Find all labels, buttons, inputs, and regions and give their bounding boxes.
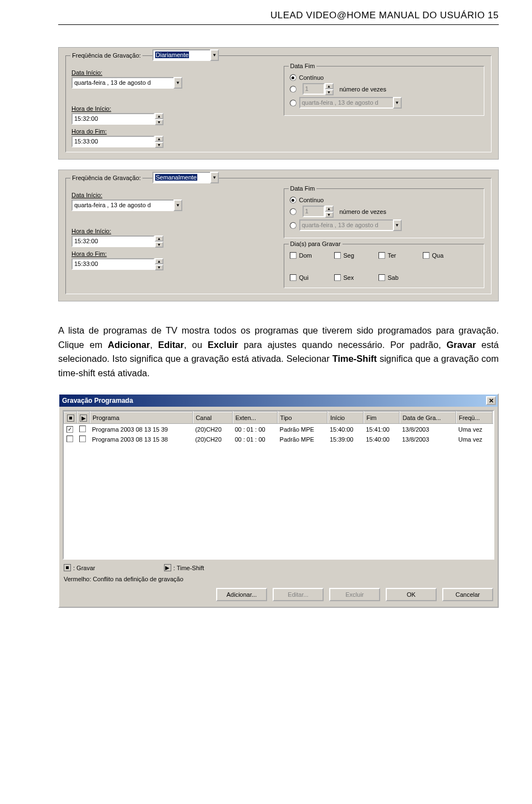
cancel-button[interactable]: Cancelar (442, 588, 493, 601)
row-timeshift-checkbox[interactable] (79, 426, 86, 432)
spinner-icon[interactable]: ▲▼ (325, 83, 334, 95)
spinner-icon[interactable]: ▲▼ (325, 206, 334, 217)
checkbox-sab[interactable]: Sab (378, 274, 412, 281)
groupbox-frequency: Freqüência de Gravação: Diariamente ▼ Da… (65, 55, 492, 152)
row-timeshift-checkbox[interactable] (79, 436, 86, 442)
col-data[interactable]: Data de Gra... (400, 412, 456, 424)
spinner-icon[interactable]: ▲▼ (155, 136, 163, 147)
legend-timeshift: ▶ : Time-Shift (164, 564, 204, 571)
dropdown-arrow-icon[interactable]: ▼ (393, 97, 402, 109)
titlebar: Gravação Programada ✕ (59, 395, 498, 407)
checkbox-sex[interactable]: Sex (334, 274, 367, 281)
row-record-checkbox[interactable]: ✓ (66, 426, 73, 433)
row-record-checkbox[interactable] (66, 436, 73, 442)
freq-select[interactable]: Diariamente (152, 49, 210, 61)
radio-end-date[interactable]: quarta-feira , 13 de agosto d ▼ (290, 97, 479, 109)
groupbox-frequency: Freqüência de Gravação: Semanalmente ▼ D… (65, 178, 492, 294)
dropdown-arrow-icon[interactable]: ▼ (210, 49, 219, 61)
window-title: Gravação Programada (62, 397, 133, 404)
end-time-field[interactable]: 15:33:00 (71, 136, 155, 147)
freq-legend: Freqüência de Gravação: (70, 52, 142, 59)
dialog-panel-daily: Freqüência de Gravação: Diariamente ▼ Da… (58, 47, 499, 160)
end-time-label: Hora do Fim: (71, 250, 275, 257)
radio-continuous[interactable]: Contínuo (290, 197, 479, 203)
edit-button[interactable]: Editar... (273, 588, 324, 601)
close-icon[interactable]: ✕ (486, 396, 496, 405)
body-paragraph: A lista de programas de TV mostra todos … (58, 324, 499, 380)
checkbox-ter[interactable]: Ter (378, 252, 412, 259)
spinner-icon[interactable]: ▲▼ (155, 235, 163, 247)
dropdown-arrow-icon[interactable]: ▼ (173, 199, 182, 211)
col-exten[interactable]: Exten... (233, 412, 278, 424)
end-time-field[interactable]: 15:33:00 (71, 258, 155, 270)
spinner-icon[interactable]: ▲▼ (155, 113, 163, 125)
start-date-label: Data Início: (71, 192, 275, 198)
dropdown-arrow-icon[interactable]: ▼ (173, 77, 182, 89)
col-record-icon[interactable] (64, 412, 77, 424)
delete-button[interactable]: Excluir (329, 588, 380, 601)
start-date-field[interactable]: quarta-feira , 13 de agosto d ▼ (71, 77, 182, 89)
col-programa[interactable]: Programa (90, 412, 193, 424)
days-legend: Dia(s) para Gravar (289, 240, 342, 247)
groupbox-days: Dia(s) para Gravar Dom Seg Ter Qua Qui S… (284, 244, 485, 288)
page-header: ULEAD VIDEO@HOME MANUAL DO USUÁRIO 15 (58, 0, 499, 25)
start-time-field[interactable]: 15:32:00 (71, 113, 155, 125)
end-date-legend: Data Fim (289, 185, 317, 192)
end-date-legend: Data Fim (289, 63, 317, 69)
radio-end-date[interactable]: quarta-feira , 13 de agosto d ▼ (290, 219, 479, 231)
checkbox-qua[interactable]: Qua (423, 252, 456, 259)
col-tipo[interactable]: Tipo (278, 412, 328, 424)
end-time-label: Hora do Fim: (71, 128, 275, 135)
radio-times[interactable]: 1 ▲▼ número de vezes (290, 206, 479, 217)
groupbox-end-date: Data Fim Contínuo 1 ▲▼ número de vezes (284, 188, 485, 238)
freq-legend: Freqüência de Gravação: (70, 175, 142, 181)
checkbox-qui[interactable]: Qui (290, 274, 323, 281)
checkbox-seg[interactable]: Seg (334, 252, 367, 259)
dropdown-arrow-icon[interactable]: ▼ (210, 172, 219, 183)
col-inicio[interactable]: Início (328, 412, 364, 424)
program-list[interactable]: ▶ Programa Canal Exten... Tipo Início Fi… (63, 410, 494, 560)
times-field[interactable]: 1 (303, 206, 325, 217)
table-row[interactable]: ✓Programa 2003 08 13 15 39(20)CH2000 : 0… (64, 424, 493, 434)
add-button[interactable]: Adicionar... (216, 588, 267, 601)
start-date-label: Data Início: (71, 69, 275, 76)
radio-times[interactable]: 1 ▲▼ número de vezes (290, 83, 479, 95)
col-canal[interactable]: Canal (193, 412, 232, 424)
dialog-panel-weekly: Freqüência de Gravação: Semanalmente ▼ D… (58, 170, 499, 301)
start-time-field[interactable]: 15:32:00 (71, 235, 155, 247)
freq-select[interactable]: Semanalmente (152, 172, 210, 183)
start-time-label: Hora de Início: (71, 228, 275, 234)
end-date-value[interactable]: quarta-feira , 13 de agosto d (299, 219, 393, 231)
col-timeshift-icon[interactable]: ▶ (77, 412, 90, 424)
ok-button[interactable]: OK (386, 588, 437, 601)
start-time-label: Hora de Início: (71, 105, 275, 112)
table-row[interactable]: Programa 2003 08 13 15 38(20)CH2000 : 01… (64, 434, 493, 444)
col-fim[interactable]: Fim (364, 412, 400, 424)
groupbox-end-date: Data Fim Contínuo 1 ▲▼ número de vezes (284, 66, 485, 116)
legend-gravar: : Gravar (64, 564, 95, 571)
spinner-icon[interactable]: ▲▼ (155, 258, 163, 270)
scheduled-recording-window: Gravação Programada ✕ ▶ Programa Canal E… (58, 393, 499, 608)
end-date-value[interactable]: quarta-feira , 13 de agosto d (299, 97, 393, 109)
legend-conflict: Vermelho: Conflito na definição de grava… (64, 576, 493, 582)
dropdown-arrow-icon[interactable]: ▼ (393, 219, 402, 231)
checkbox-dom[interactable]: Dom (290, 252, 323, 259)
start-date-field[interactable]: quarta-feira , 13 de agosto d ▼ (71, 199, 182, 211)
col-freq[interactable]: Freqü... (456, 412, 493, 424)
times-field[interactable]: 1 (303, 83, 325, 95)
radio-continuous[interactable]: Contínuo (290, 74, 479, 81)
